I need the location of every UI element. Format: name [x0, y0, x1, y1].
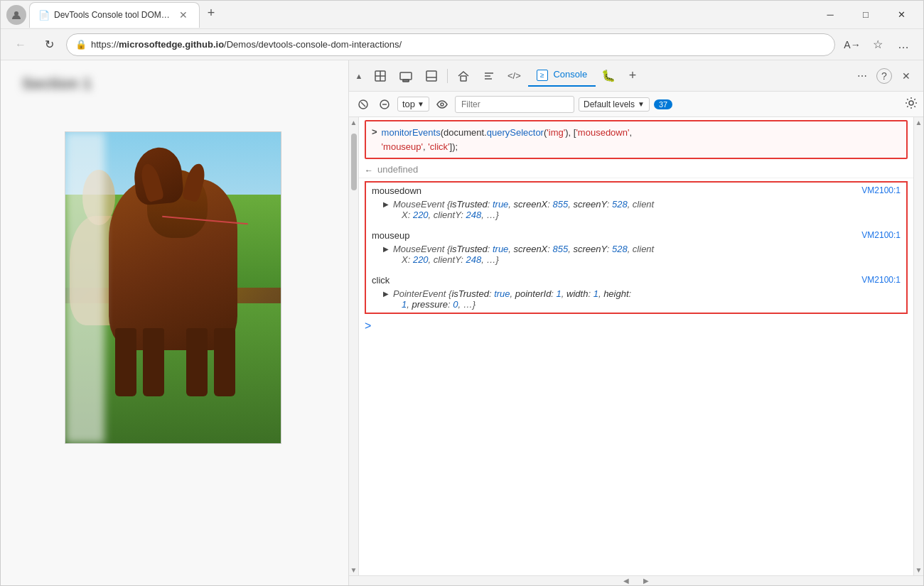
top-label: top — [402, 99, 415, 109]
log-levels-label: Default levels — [584, 99, 635, 109]
filter-input[interactable] — [455, 96, 574, 113]
log-levels-dropdown[interactable]: Default levels ▼ — [579, 97, 650, 112]
favorites-button[interactable]: ☆ — [866, 33, 889, 56]
title-bar-left — [6, 5, 26, 25]
close-devtools-button[interactable]: ✕ — [895, 65, 918, 87]
lock-icon: 🔒 — [75, 39, 87, 50]
no-errors-button[interactable] — [376, 96, 393, 113]
console-tab[interactable]: ≥ Console — [528, 65, 596, 87]
add-tab-button[interactable]: + — [621, 65, 644, 87]
mouseup-event-type: MouseEvent — [393, 244, 447, 254]
alpaca-image — [65, 131, 281, 444]
mousedown-expand-icon[interactable]: ▶ — [383, 200, 389, 208]
more-tools-button[interactable]: ⋯ — [851, 65, 874, 87]
help-button[interactable]: ? — [876, 68, 892, 84]
mousedown-event-row: mousedown VM2100:1 — [366, 183, 906, 199]
right-scroll-down-icon[interactable]: ▼ — [915, 566, 923, 574]
mouseup-vm-link[interactable]: VM2100:1 — [861, 230, 901, 240]
maximize-button[interactable]: □ — [849, 4, 882, 26]
click-label: click — [372, 275, 390, 286]
cmd-mousedown-arg: 'mousedown' — [576, 127, 629, 138]
mousedown-obj: MouseEvent {isTrusted: true, screenX: 85… — [393, 199, 654, 220]
url-text: https://microsoftedge.github.io/Demos/de… — [91, 39, 826, 50]
webpage-panel: Section 1 — [1, 60, 349, 585]
mouseup-obj-text2: X: 220, clientY: 248, …} — [393, 254, 499, 265]
bugs-tab[interactable]: 🐛 — [597, 65, 620, 87]
eye-button[interactable] — [434, 96, 451, 113]
mousedown-obj-text: {isTrusted: true, screenX: 855, screenY:… — [447, 199, 654, 210]
svg-point-14 — [441, 103, 444, 106]
window-controls: ─ □ ✕ — [814, 4, 918, 26]
scroll-right-icon[interactable]: ▶ — [643, 577, 649, 585]
mouseup-event: mouseup VM2100:1 ▶ MouseEvent {isTrusted… — [366, 227, 906, 268]
console-tab-icon: ≥ — [537, 70, 548, 81]
tab-page-icon: 📄 — [38, 10, 50, 21]
devtools-tabs: </> ≥ Console 🐛 + — [478, 65, 848, 87]
top-context-selector[interactable]: top ▼ — [397, 97, 429, 112]
mousedown-obj-text2: X: 220, clientY: 248, …} — [393, 210, 499, 220]
mouseup-expand-icon[interactable]: ▶ — [383, 245, 389, 253]
scroll-up-icon[interactable]: ▲ — [350, 119, 358, 126]
undefined-value: undefined — [377, 164, 418, 175]
drawer-button[interactable] — [420, 65, 443, 87]
console-settings-button[interactable] — [905, 97, 918, 112]
toolbar-separator — [447, 69, 448, 83]
mouseup-label: mouseup — [372, 230, 409, 241]
cmd-close2: ]); — [450, 141, 458, 152]
click-vm-link[interactable]: VM2100:1 — [861, 275, 901, 285]
cmd-querySelector: querySelector — [487, 127, 544, 138]
close-button[interactable]: ✕ — [885, 4, 918, 26]
read-aloud-button[interactable]: A→ — [841, 33, 864, 56]
address-bar[interactable]: 🔒 https://microsoftedge.github.io/Demos/… — [66, 33, 835, 56]
clear-console-button[interactable] — [355, 96, 372, 113]
click-event-row: click VM2100:1 — [366, 272, 906, 288]
new-tab-button[interactable]: + — [200, 2, 222, 25]
scroll-down-icon[interactable]: ▼ — [350, 566, 358, 574]
section-title: Section 1 — [22, 75, 327, 93]
url-prefix: https:// — [91, 39, 119, 50]
mousedown-vm-link[interactable]: VM2100:1 — [861, 185, 901, 195]
tab-title: DevTools Console tool DOM inte — [54, 10, 172, 20]
nav-bar: ← ↻ 🔒 https://microsoftedge.github.io/De… — [1, 29, 923, 60]
click-event-type: PointerEvent — [393, 288, 448, 299]
cmd-comma1: , — [629, 127, 632, 138]
url-path: /Demos/devtools-console-dom-interactions… — [224, 39, 402, 50]
active-tab[interactable]: 📄 DevTools Console tool DOM inte ✕ — [29, 2, 200, 28]
scroll-thumb[interactable] — [351, 134, 357, 190]
console-prompt-line: > — [359, 317, 913, 335]
elements-tab-icon[interactable] — [478, 65, 500, 87]
svg-line-11 — [361, 102, 365, 107]
levels-arrow-icon: ▼ — [638, 100, 645, 108]
prompt-symbol: > — [372, 126, 377, 137]
message-count-badge: 37 — [654, 99, 672, 109]
tab-close-button[interactable]: ✕ — [176, 8, 190, 22]
sources-tab[interactable]: </> — [502, 65, 527, 87]
console-tab-label: Console — [553, 69, 587, 80]
tab-bar: 📄 DevTools Console tool DOM inte ✕ + — [29, 2, 814, 28]
devtools-more-buttons: ⋯ ? ✕ — [851, 65, 918, 87]
refresh-button[interactable]: ↻ — [38, 33, 60, 56]
cmd-close1: ), [ — [565, 127, 576, 138]
device-emulation-button[interactable] — [394, 65, 417, 87]
url-domain: microsoftedge.github.io — [119, 39, 224, 50]
cmd-img-arg: 'img' — [547, 127, 565, 138]
click-expand-icon[interactable]: ▶ — [383, 290, 389, 298]
home-button[interactable] — [452, 65, 475, 87]
minimize-button[interactable]: ─ — [814, 4, 847, 26]
profile-icon[interactable] — [6, 5, 26, 25]
click-obj-text: {isTrusted: true, pointerId: 1, width: 1… — [448, 288, 631, 299]
vertical-scrollbar[interactable]: ▲ ▼ — [349, 117, 359, 575]
mouseup-event-row: mouseup VM2100:1 — [366, 227, 906, 244]
more-button[interactable]: … — [892, 33, 915, 56]
scroll-up-arrow[interactable]: ▲ — [355, 72, 363, 80]
svg-point-15 — [909, 101, 913, 105]
cmd-function-name: monitorEvents — [382, 127, 441, 138]
mouse-event-type: MouseEvent — [393, 199, 447, 210]
inspect-element-button[interactable] — [369, 65, 392, 87]
back-button[interactable]: ← — [9, 33, 32, 56]
click-detail: ▶ PointerEvent {isTrusted: true, pointer… — [366, 288, 906, 313]
console-input-arrow[interactable]: > — [365, 320, 371, 332]
scroll-left-icon[interactable]: ◀ — [623, 577, 629, 585]
right-scrollbar[interactable]: ▲ ▼ — [913, 117, 923, 575]
right-scroll-up-icon[interactable]: ▲ — [915, 119, 923, 126]
